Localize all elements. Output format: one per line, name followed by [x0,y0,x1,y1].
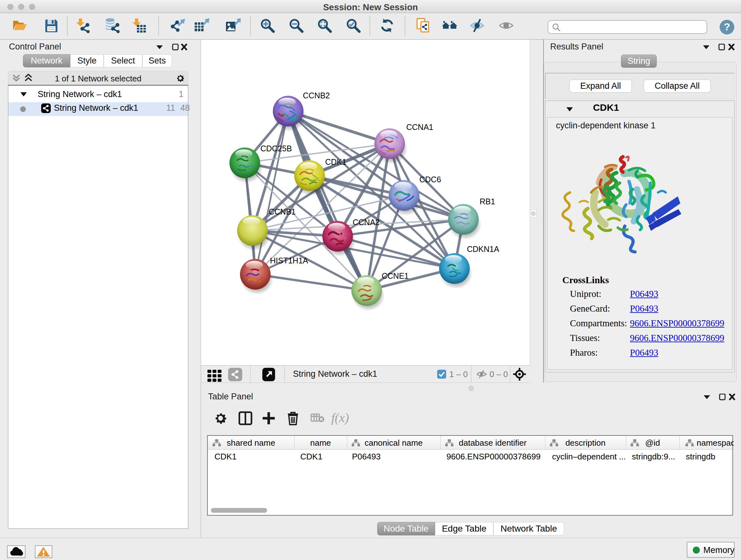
svg-text:CDK1: CDK1 [325,158,347,166]
svg-text:CCNE1: CCNE1 [382,271,409,280]
svg-text:CDKN1A: CDKN1A [467,245,499,253]
svg-text:CCNB1: CCNB1 [269,207,296,216]
svg-text:CCNA2: CCNA2 [353,218,380,227]
svg-text:RB1: RB1 [480,197,495,206]
svg-text:CCNB2: CCNB2 [303,91,330,100]
svg-text:CDC25B: CDC25B [260,144,292,153]
svg-text:HIST1H1A: HIST1H1A [270,256,308,265]
svg-text:CDC6: CDC6 [419,175,441,184]
svg-text:CCNA1: CCNA1 [406,123,433,132]
